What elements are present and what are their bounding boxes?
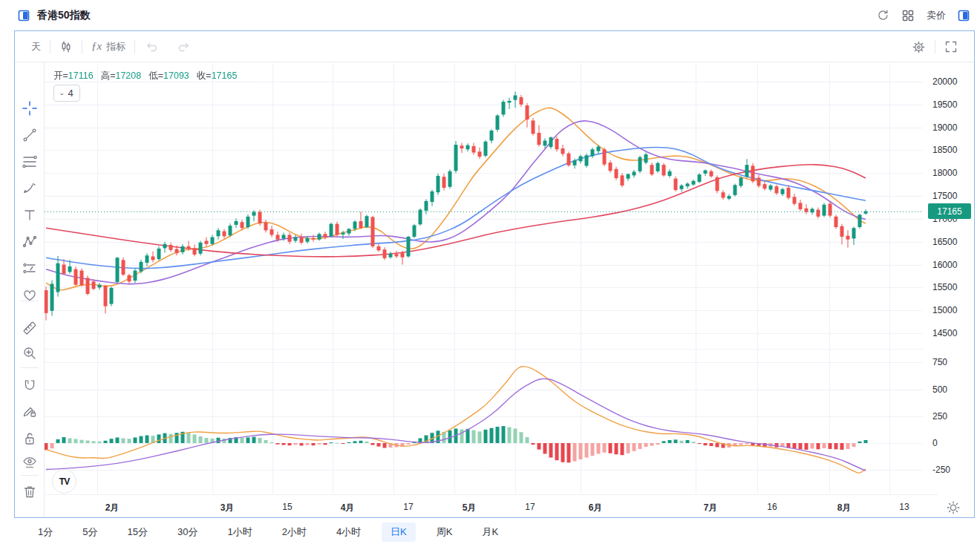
chart-style-button[interactable] [50,36,82,57]
time-tick-label: 5月 [448,502,490,514]
text-tool-icon[interactable] [22,207,38,223]
settings-gear-icon[interactable] [903,36,935,57]
remove-drawings-trash-icon[interactable] [22,484,38,500]
price-axis[interactable]: 2000019500190001850018000175001700016500… [928,63,974,494]
price-tick-label: 15000 [932,305,957,315]
price-tick-label: 14500 [932,328,957,338]
title-bar: 香港50指数 卖价 [0,0,980,30]
timeframe-item-4小时[interactable]: 4小时 [327,522,370,542]
redo-button[interactable] [168,36,200,57]
indicator-tick-label: 750 [932,357,947,367]
sell-price-toggle[interactable]: 卖价 [927,9,946,22]
indicator-tick-label: -250 [932,465,950,475]
time-tick-label: 3月 [206,502,248,514]
undo-button[interactable] [135,36,168,57]
price-tick-label: 19000 [932,122,957,133]
fib-retracement-tool-icon[interactable] [22,154,38,170]
price-tick-label: 19500 [932,99,957,110]
ohlc-item: 低=17093 [148,70,189,82]
pattern-tool-icon[interactable] [22,234,38,250]
time-tick-label: 16 [751,502,793,512]
page-title: 香港50指数 [37,9,91,22]
timeframe-item-日K[interactable]: 日K [382,522,416,542]
time-tick-label: 8月 [823,502,865,514]
time-tick-label: 13 [883,502,925,512]
crosshair-tool-icon[interactable] [22,100,38,117]
timeframe-item-月K[interactable]: 月K [473,522,507,542]
hide-drawings-eye-icon[interactable] [22,454,38,471]
chart-plot-area[interactable] [45,63,923,494]
rail-divider [21,367,39,368]
rail-divider [21,301,39,301]
timeframe-bar: 1分5分15分30分1小时2小时4小时日K周K月K [14,520,975,544]
drawing-lock-tool-icon[interactable] [22,403,38,419]
timeframe-item-1小时[interactable]: 1小时 [218,522,261,542]
time-tick-label: 7月 [690,502,731,514]
brush-tool-icon[interactable] [22,180,38,197]
trend-line-tool-icon[interactable] [22,127,38,143]
panel-toggle-icon[interactable] [958,10,970,22]
theme-sun-icon[interactable] [944,499,962,517]
position-tool-icon[interactable] [22,260,38,277]
indicator-tick-label: 250 [932,411,947,422]
grid-layout-icon[interactable] [901,9,915,22]
refresh-icon[interactable] [876,9,889,22]
ohlc-item: 开=17116 [53,70,94,82]
fullscreen-icon[interactable] [935,36,967,57]
time-tick-label: 6月 [575,502,616,514]
price-tick-label: 15500 [932,282,957,292]
lock-tool-icon[interactable] [22,430,38,447]
price-tick-label: 20000 [932,76,957,87]
indicators-button[interactable]: ƒx 指标 [82,36,134,57]
interval-button[interactable]: 天 [22,36,50,57]
ohlc-item: 收=17165 [197,70,238,82]
fx-icon: ƒx [91,40,102,53]
chevron-down-icon: ⌄ [59,90,65,96]
quote-list-icon[interactable] [18,10,30,22]
price-tick-label: 18500 [932,145,957,155]
tradingview-logo[interactable]: TV [52,469,76,494]
chart-toolbar: 天 ƒx 指标 [15,31,974,62]
timeframe-item-5分[interactable]: 5分 [74,522,106,542]
time-tick-label: 2月 [91,502,133,514]
time-tick-label: 17 [388,502,429,512]
indicator-tick-label: 500 [932,384,947,395]
time-tick-label: 17 [509,502,551,512]
magnet-tool-icon[interactable] [22,378,38,394]
ma-count-value: 4 [68,88,73,99]
timeframe-item-1分[interactable]: 1分 [29,522,62,542]
ohlc-item: 高=17208 [101,70,142,82]
time-tick-label: 15 [267,502,308,512]
time-axis[interactable]: 2月3月154月175月176月7月168月13 [45,494,938,519]
rail-divider [21,475,39,476]
drawing-tool-rail [15,62,45,517]
price-tick-label: 18000 [932,168,957,178]
last-price-badge: 17165 [928,203,971,219]
trading-app: 香港50指数 卖价 天 ƒx 指标 [0,0,980,544]
indicator-tick-label: 0 [932,438,938,448]
ma-count-dropdown[interactable]: ⌄ 4 [53,85,80,102]
ohlc-readout: 开=17116高=17208低=17093收=17165 [53,70,237,82]
price-tick-label: 17500 [932,191,957,201]
indicators-label: 指标 [106,40,125,53]
price-tick-label: 16500 [932,237,957,247]
measure-ruler-tool-icon[interactable] [22,320,38,336]
price-tick-label: 16000 [932,260,957,270]
timeframe-item-30分[interactable]: 30分 [169,522,206,542]
time-tick-label: 4月 [327,502,368,514]
timeframe-item-2小时[interactable]: 2小时 [273,522,316,542]
zoom-in-tool-icon[interactable] [22,345,38,361]
timeframe-item-15分[interactable]: 15分 [118,522,156,542]
timeframe-item-周K[interactable]: 周K [428,522,462,542]
